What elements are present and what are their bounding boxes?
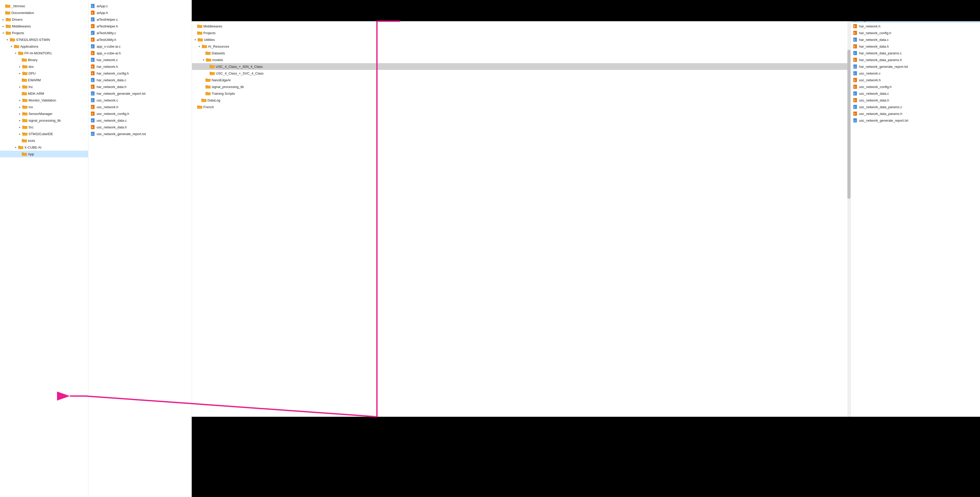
file-item-r_har_network_generate_report[interactable]: txt har_network_generate_report.txt xyxy=(851,63,980,70)
file-item-har_network_h[interactable]: h har_network.h xyxy=(88,63,192,70)
expand-icon[interactable]: ▾ xyxy=(5,38,10,42)
expand-icon[interactable]: ▸ xyxy=(18,111,22,116)
expand-icon[interactable]: ▸ xyxy=(18,105,22,109)
tree-item-c_french[interactable]: French xyxy=(192,103,851,110)
tree-item-c_utilities[interactable]: ▾ Utilities xyxy=(192,36,851,43)
file-item-r_usc_network_h[interactable]: h usc_network.h xyxy=(851,76,980,83)
tree-item-htmresc[interactable]: _htmresc xyxy=(0,3,88,10)
file-item-r_usc_network_data_params_h[interactable]: h usc_network_data_params.h xyxy=(851,110,980,117)
file-item-aitesthelper_c[interactable]: c aiTestHelper.c xyxy=(88,16,192,23)
expand-icon[interactable]: ▸ xyxy=(18,125,22,129)
file-item-r_har_network_data_h[interactable]: h har_network_data.h xyxy=(851,43,980,50)
expand-icon[interactable]: ▸ xyxy=(18,132,22,136)
middle-panel[interactable]: c aiApp.c h aiApp.h c aiTestHelper.c h a… xyxy=(88,0,192,497)
file-item-app_xcubeai_c[interactable]: c app_x-cube-ai.c xyxy=(88,43,192,50)
left-panel[interactable]: _htmresc Documentation▸ Drivers▸ Middlew… xyxy=(0,0,88,497)
expand-icon[interactable]: ▾ xyxy=(201,58,205,62)
expand-icon[interactable]: ▸ xyxy=(18,98,22,102)
file-item-aitestutility_h[interactable]: h aiTestUtility.h xyxy=(88,36,192,43)
expand-icon[interactable]: ▾ xyxy=(10,44,13,48)
file-item-app_xcubeai_h[interactable]: h app_x-cube-ai.h xyxy=(88,50,192,56)
tree-item-c_datalog[interactable]: DataLog xyxy=(192,97,851,103)
tree-item-c_training_scripts[interactable]: Training Scripts xyxy=(192,90,851,97)
tree-item-c_datasets[interactable]: Datasets xyxy=(192,50,851,56)
file-item-har_network_config_h[interactable]: h har_network_config.h xyxy=(88,70,192,76)
file-item-r_har_network_data_params_c[interactable]: c har_network_data_params.c xyxy=(851,50,980,56)
expand-icon[interactable]: ▾ xyxy=(13,51,18,55)
tree-item-stm32cubeide[interactable]: ▸ STM32CubeIDE xyxy=(0,130,88,137)
file-item-usc_network_data_c[interactable]: c usc_network_data.c xyxy=(88,117,192,124)
folder-icon xyxy=(22,65,27,68)
tree-item-middlewares[interactable]: ▸ Middlewares xyxy=(0,23,88,30)
svg-rect-1 xyxy=(5,5,8,6)
tree-item-drivers[interactable]: ▸ Drivers xyxy=(0,16,88,23)
tree-item-documentation[interactable]: Documentation xyxy=(0,10,88,16)
file-item-r_usc_network_data_c[interactable]: c usc_network_data.c xyxy=(851,90,980,97)
tree-item-c_usc4_svc[interactable]: USC_4_Class_+_SVC_4_Class xyxy=(192,70,851,76)
expand-icon[interactable]: ▸ xyxy=(18,65,22,68)
file-item-r_usc_network_config_h[interactable]: h usc_network_config.h xyxy=(851,83,980,90)
file-label: usc_network.h xyxy=(859,78,978,82)
tree-item-doc[interactable]: ▸ doc xyxy=(0,63,88,70)
file-item-aiapp_c[interactable]: c aiApp.c xyxy=(88,3,192,10)
file-item-aitesthelper_h[interactable]: h aiTestHelper.h xyxy=(88,23,192,30)
file-item-aiapp_h[interactable]: h aiApp.h xyxy=(88,10,192,16)
file-item-r_usc_network_generate_report[interactable]: txt usc_network_generate_report.txt xyxy=(851,117,980,124)
tree-item-c_usc4_ign[interactable]: USC_4_Class_+_IGN_4_Class xyxy=(192,63,851,70)
tree-item-ewarm[interactable]: EWARM xyxy=(0,76,88,83)
file-item-har_network_c[interactable]: c har_network.c xyxy=(88,56,192,63)
file-item-usc_network_config_h[interactable]: h usc_network_config.h xyxy=(88,110,192,117)
file-item-usc_network_data_h[interactable]: h usc_network_data.h xyxy=(88,124,192,130)
file-item-r_usc_network_data_h[interactable]: h usc_network_data.h xyxy=(851,97,980,103)
file-item-r_har_network_h[interactable]: h har_network.h xyxy=(851,23,980,30)
tree-item-signal_processing_lib[interactable]: ▸ signal_processing_lib xyxy=(0,117,88,124)
file-item-r_usc_network_data_params_c[interactable]: c usc_network_data_params.c xyxy=(851,103,980,110)
tree-item-sensormanager[interactable]: ▸ SensorManager xyxy=(0,110,88,117)
tree-item-mdk-arm[interactable]: MDK-ARM xyxy=(0,90,88,97)
tree-item-fp-ai-monitor1[interactable]: ▾ FP-AI-MONITOR1 xyxy=(0,50,88,56)
tree-item-mx[interactable]: ▸ mx xyxy=(0,103,88,110)
expand-icon[interactable]: ▾ xyxy=(1,31,5,35)
tree-item-dpu[interactable]: ▸ DPU xyxy=(0,70,88,76)
expand-icon[interactable]: ▸ xyxy=(1,17,5,22)
tree-item-c_signal_processing[interactable]: signal_processing_lib xyxy=(192,83,851,90)
tree-item-projects[interactable]: ▾ Projects xyxy=(0,30,88,36)
tree-item-xcubeai[interactable]: ▾ X-CUBE-AI xyxy=(0,144,88,151)
tree-item-binary[interactable]: Binary xyxy=(0,56,88,63)
expand-icon[interactable]: ▸ xyxy=(18,71,22,75)
file-item-usc_network_h[interactable]: h usc_network.h xyxy=(88,103,192,110)
expand-icon[interactable]: ▾ xyxy=(193,38,197,42)
file-icon-file_h: h xyxy=(91,125,95,129)
folder-icon xyxy=(205,78,211,82)
folder-icon xyxy=(206,58,211,62)
file-item-usc_network_generate_report[interactable]: txt usc_network_generate_report.txt xyxy=(88,130,192,137)
expand-icon[interactable]: ▸ xyxy=(18,118,22,122)
expand-icon[interactable]: ▾ xyxy=(197,44,201,48)
file-item-r_har_network_data_c[interactable]: c har_network_data.c xyxy=(851,36,980,43)
tree-item-monitor_validation[interactable]: ▸ Monitor_Validation xyxy=(0,97,88,103)
tree-item-c_nanoedgeai[interactable]: NanoEdgeAi xyxy=(192,76,851,83)
file-item-har_network_data_h[interactable]: h har_network_data.h xyxy=(88,83,192,90)
tree-item-src[interactable]: ▸ Src xyxy=(0,124,88,130)
file-item-usc_network_c[interactable]: c usc_network.c xyxy=(88,97,192,103)
file-item-r_har_network_data_params_h[interactable]: h har_network_data_params.h xyxy=(851,56,980,63)
file-item-r_har_network_config_h[interactable]: h har_network_config.h xyxy=(851,30,980,36)
file-item-har_network_data_c[interactable]: c har_network_data.c xyxy=(88,76,192,83)
expand-icon[interactable]: ▸ xyxy=(18,85,22,89)
tree-item-stm32l4r9zi[interactable]: ▾ STM32L4R9ZI-STWIN xyxy=(0,36,88,43)
scrollbar-thumb[interactable] xyxy=(847,50,851,199)
file-item-r_usc_network_c[interactable]: c usc_network.c xyxy=(851,70,980,76)
expand-icon[interactable]: ▾ xyxy=(13,145,18,149)
expand-icon[interactable]: ▸ xyxy=(1,24,5,28)
tree-item-c_models[interactable]: ▾ models xyxy=(192,56,851,63)
tree-item-c_projects[interactable]: Projects xyxy=(192,30,851,36)
file-item-aitestutility_c[interactable]: c aiTestUtility.c xyxy=(88,30,192,36)
file-item-har_network_generate_report[interactable]: txt har_network_generate_report.txt xyxy=(88,90,192,97)
tree-item-applications[interactable]: ▾ Applications xyxy=(0,43,88,50)
tree-item-c_ai_resources[interactable]: ▾ AI_Resources xyxy=(192,43,851,50)
tree-item-app[interactable]: App xyxy=(0,151,88,157)
tree-item-c_middlewares[interactable]: Middlewares xyxy=(192,23,851,30)
tree-item-inc[interactable]: ▸ Inc xyxy=(0,83,88,90)
item-label: Applications xyxy=(20,44,86,48)
tree-item-tools[interactable]: tools xyxy=(0,137,88,144)
